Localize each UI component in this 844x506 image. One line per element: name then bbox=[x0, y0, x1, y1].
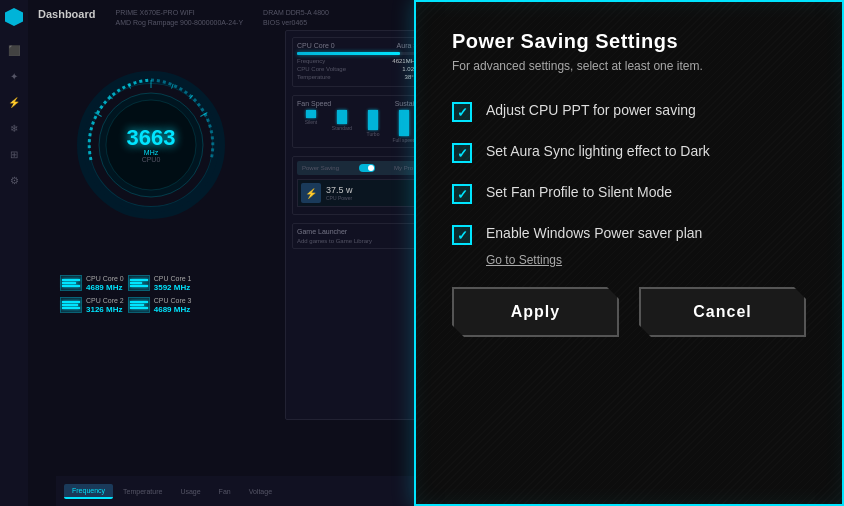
tab-fan[interactable]: Fan bbox=[211, 485, 239, 498]
power-icon: ⚡ bbox=[301, 183, 321, 203]
cpu-lines-1 bbox=[130, 279, 148, 287]
power-saving-panel: Power Saving My Pro ⚡ 37.5 w CPU Power bbox=[292, 156, 423, 215]
fan-bar-silent: Silent bbox=[297, 110, 325, 143]
app-logo bbox=[5, 8, 23, 26]
fan-bars: Silent Standard Turbo Full speed bbox=[297, 110, 418, 143]
apply-button[interactable]: Apply bbox=[452, 287, 619, 337]
cpu-progress-fill bbox=[297, 52, 400, 55]
fan-bar-fill-full bbox=[399, 110, 409, 136]
add-games-label: Add games to Game Library bbox=[297, 238, 418, 244]
fan-bar-label-full: Full speed bbox=[392, 137, 415, 143]
cpu-icon-3 bbox=[128, 297, 150, 313]
checkbox-item-2: ✓ Set Aura Sync lighting effect to Dark bbox=[452, 142, 806, 163]
modal-subtitle: For advanced settings, select at least o… bbox=[452, 59, 806, 73]
checkmark-3: ✓ bbox=[457, 188, 468, 201]
checkmark-1: ✓ bbox=[457, 106, 468, 119]
tab-temperature[interactable]: Temperature bbox=[115, 485, 170, 498]
gauge-unit: MHz bbox=[127, 149, 176, 156]
cpu-core-panel-title: CPU Core 0 Aura S bbox=[297, 42, 418, 49]
checkbox-4[interactable]: ✓ bbox=[452, 225, 472, 245]
fan-speed-panel: Fan Speed Sustain Silent Standard Turbo bbox=[292, 95, 423, 148]
sidebar-item-fans[interactable]: ❄ bbox=[4, 118, 24, 138]
cpu-line bbox=[130, 282, 142, 284]
checkbox-label-2: Set Aura Sync lighting effect to Dark bbox=[486, 142, 710, 160]
cpu-line bbox=[62, 301, 80, 303]
power-saving-label: Power Saving bbox=[302, 165, 339, 171]
checkbox-label-4: Enable Windows Power saver plan bbox=[486, 224, 702, 242]
fan-bar-fill-standard bbox=[337, 110, 347, 124]
cpu-core-2-info: CPU Core 2 3126 MHz bbox=[86, 296, 124, 314]
cpu-icon-1 bbox=[128, 275, 150, 291]
tab-usage[interactable]: Usage bbox=[172, 485, 208, 498]
dashboard-main: Dashboard PRIME X670E-PRO WIFI AMD Rog R… bbox=[28, 0, 430, 506]
checkbox-label-1: Adjust CPU PPT for power saving bbox=[486, 101, 696, 119]
modal-title: Power Saving Settings bbox=[452, 30, 806, 53]
cpu-core-1-info: CPU Core 1 3592 MHz bbox=[154, 274, 192, 292]
power-watts: 37.5 w bbox=[326, 185, 353, 195]
goto-settings-link[interactable]: Go to Settings bbox=[486, 253, 806, 267]
checkbox-3[interactable]: ✓ bbox=[452, 184, 472, 204]
game-launcher-title: Game Launcher bbox=[297, 228, 418, 235]
gauge-circle: 3663 MHz CPU0 bbox=[76, 70, 226, 220]
bios-info: BIOS ver0465 bbox=[263, 18, 329, 28]
cpu-core-3-info: CPU Core 3 4689 MHz bbox=[154, 296, 192, 314]
cpu-lines-2 bbox=[62, 301, 80, 309]
checkbox-item-3: ✓ Set Fan Profile to Silent Mode bbox=[452, 183, 806, 204]
checkbox-2[interactable]: ✓ bbox=[452, 143, 472, 163]
game-launcher-panel: Game Launcher Add games to Game Library bbox=[292, 223, 423, 249]
modal-content: Power Saving Settings For advanced setti… bbox=[416, 2, 842, 365]
fan-bar-standard: Standard bbox=[328, 110, 356, 143]
modal-container: Power Saving Settings For advanced setti… bbox=[414, 0, 844, 506]
sidebar-item-hardware[interactable]: ⊞ bbox=[4, 144, 24, 164]
cpu-core-1: CPU Core 1 3592 MHz bbox=[128, 274, 192, 292]
cpu-icon-2 bbox=[60, 297, 82, 313]
power-saving-header: Power Saving My Pro bbox=[297, 161, 418, 175]
cpu-lines-0 bbox=[62, 279, 80, 287]
cpu-icon-0 bbox=[60, 275, 82, 291]
cpu-core-0-label: CPU Core 0 bbox=[86, 274, 124, 283]
fan-speed-title: Fan Speed Sustain bbox=[297, 100, 418, 107]
modal-buttons: Apply Cancel bbox=[452, 287, 806, 337]
cpu-extra: AMD Rog Rampage 900-8000000A-24-Y bbox=[115, 18, 243, 28]
fan-bar-fill-turbo bbox=[368, 110, 378, 130]
checkmark-2: ✓ bbox=[457, 147, 468, 160]
cpu-line bbox=[130, 307, 148, 309]
checkmark-4: ✓ bbox=[457, 229, 468, 242]
fan-bar-label-standard: Standard bbox=[332, 125, 352, 131]
right-panel: CPU Core 0 Aura S Frequency 4621MHz CPU … bbox=[285, 30, 430, 420]
sidebar: ⬛ ✦ ⚡ ❄ ⊞ ⚙ bbox=[0, 0, 28, 506]
gauge-label: CPU0 bbox=[127, 156, 176, 163]
checkbox-label-3: Set Fan Profile to Silent Mode bbox=[486, 183, 672, 201]
voltage-row: CPU Core Voltage 1.02V bbox=[297, 66, 418, 72]
temp-label: Temperature bbox=[297, 74, 331, 80]
dashboard-header: Dashboard PRIME X670E-PRO WIFI AMD Rog R… bbox=[28, 0, 430, 32]
checkbox-1[interactable]: ✓ bbox=[452, 102, 472, 122]
cpu-core-0: CPU Core 0 4689 MHz bbox=[60, 274, 124, 292]
cpu-line bbox=[130, 304, 144, 306]
tab-frequency[interactable]: Frequency bbox=[64, 484, 113, 499]
cpu-core-panel-label: CPU Core 0 bbox=[297, 42, 335, 49]
sidebar-item-dashboard[interactable]: ⬛ bbox=[4, 40, 24, 60]
freq-label: Frequency bbox=[297, 58, 325, 64]
power-info: 37.5 w CPU Power bbox=[326, 185, 353, 201]
fan-bar-label-silent: Silent bbox=[305, 119, 318, 125]
cpu-line bbox=[130, 279, 148, 281]
cpu-core-0-info: CPU Core 0 4689 MHz bbox=[86, 274, 124, 292]
cancel-button[interactable]: Cancel bbox=[639, 287, 806, 337]
cpu-stats: CPU Core 0 4689 MHz CPU Core 1 3592 MHz bbox=[56, 270, 195, 318]
sidebar-item-settings[interactable]: ⚙ bbox=[4, 170, 24, 190]
power-saving-toggle[interactable] bbox=[359, 164, 375, 172]
gauge-center: 3663 MHz CPU0 bbox=[127, 127, 176, 163]
cpu-core-1-value: 3592 MHz bbox=[154, 283, 192, 292]
sidebar-item-aura[interactable]: ✦ bbox=[4, 66, 24, 86]
cpu-lines-3 bbox=[130, 301, 148, 309]
voltage-label: CPU Core Voltage bbox=[297, 66, 346, 72]
cpu-core-2: CPU Core 2 3126 MHz bbox=[60, 296, 124, 314]
my-profile-label: My Pro bbox=[394, 165, 413, 171]
cpu-model: PRIME X670E-PRO WIFI bbox=[115, 8, 243, 18]
cpu-core-2-value: 3126 MHz bbox=[86, 305, 124, 314]
cpu-progress-bg bbox=[297, 52, 418, 55]
power-stat: ⚡ 37.5 w CPU Power bbox=[297, 179, 418, 207]
tab-voltage[interactable]: Voltage bbox=[241, 485, 280, 498]
sidebar-item-performance[interactable]: ⚡ bbox=[4, 92, 24, 112]
